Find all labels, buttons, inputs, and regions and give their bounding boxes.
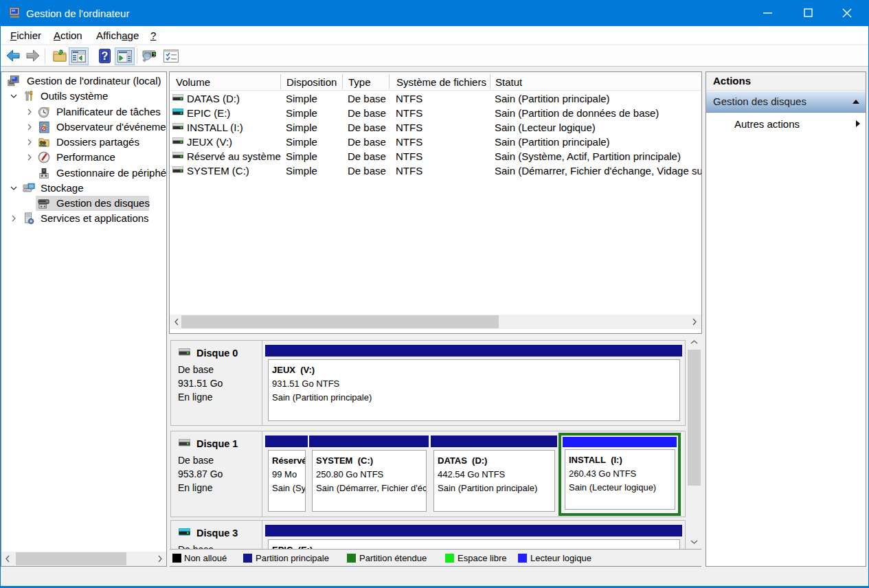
svg-text:?: ? [102, 50, 109, 62]
